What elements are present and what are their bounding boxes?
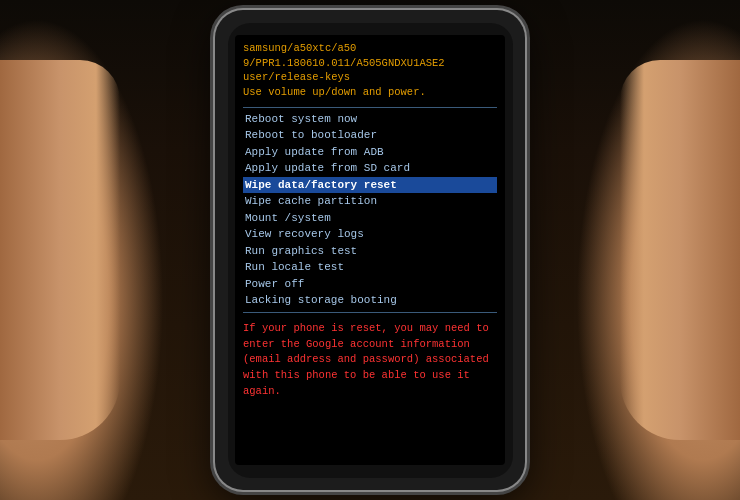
menu-section: Reboot system nowReboot to bootloaderApp… [243,111,497,309]
header-line-2: 9/PPR1.180610.011/A505GNDXU1ASE2 [243,56,497,71]
header-line-1: samsung/a50xtc/a50 [243,41,497,56]
menu-item-6[interactable]: Mount /system [243,210,497,227]
menu-item-2[interactable]: Apply update from ADB [243,144,497,161]
warning-text: If your phone is reset, you may need to … [243,321,497,400]
warning-section: If your phone is reset, you may need to … [243,321,497,459]
menu-item-3[interactable]: Apply update from SD card [243,160,497,177]
menu-item-5[interactable]: Wipe cache partition [243,193,497,210]
menu-item-4[interactable]: Wipe data/factory reset [243,177,497,194]
menu-item-7[interactable]: View recovery logs [243,226,497,243]
divider-bottom [243,312,497,313]
menu-item-11[interactable]: Lacking storage booting [243,292,497,309]
header-line-4: Use volume up/down and power. [243,85,497,100]
hand-right [620,60,740,440]
menu-item-1[interactable]: Reboot to bootloader [243,127,497,144]
scene: samsung/a50xtc/a50 9/PPR1.180610.011/A50… [0,0,740,500]
header-section: samsung/a50xtc/a50 9/PPR1.180610.011/A50… [243,41,497,100]
phone: samsung/a50xtc/a50 9/PPR1.180610.011/A50… [215,10,525,490]
header-line-3: user/release-keys [243,70,497,85]
recovery-screen: samsung/a50xtc/a50 9/PPR1.180610.011/A50… [235,35,505,465]
menu-item-10[interactable]: Power off [243,276,497,293]
phone-inner: samsung/a50xtc/a50 9/PPR1.180610.011/A50… [228,23,513,478]
divider-top [243,107,497,108]
hand-left [0,60,120,440]
menu-item-8[interactable]: Run graphics test [243,243,497,260]
menu-item-0[interactable]: Reboot system now [243,111,497,128]
menu-item-9[interactable]: Run locale test [243,259,497,276]
